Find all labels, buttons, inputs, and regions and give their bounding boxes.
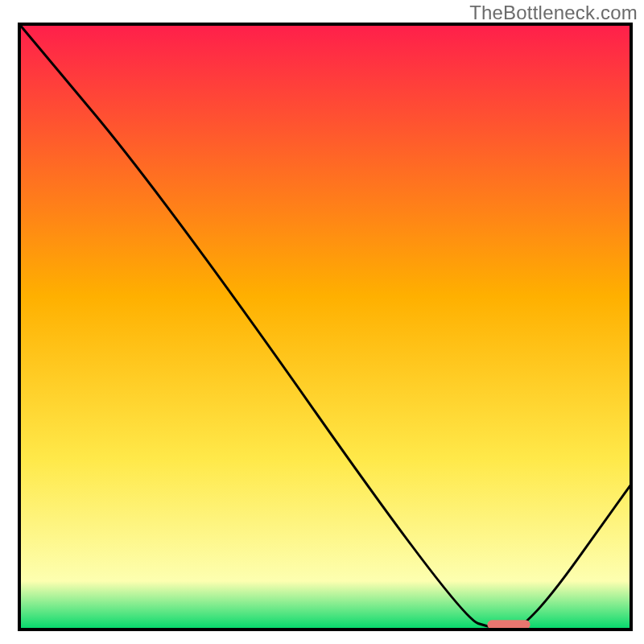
plot-background — [19, 24, 631, 630]
chart-container: { "watermark": "TheBottleneck.com", "col… — [0, 0, 644, 644]
bottleneck-chart — [0, 0, 644, 644]
optimum-marker — [487, 620, 530, 629]
